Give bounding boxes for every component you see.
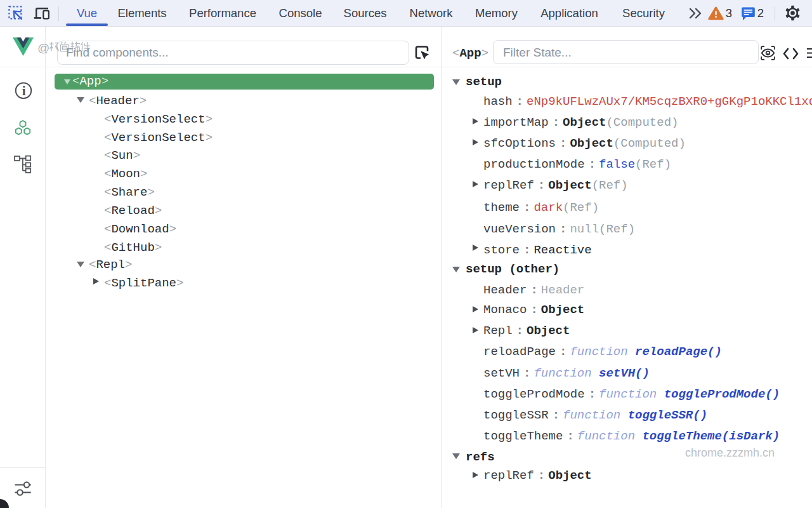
svg-text:i: i (22, 83, 26, 98)
